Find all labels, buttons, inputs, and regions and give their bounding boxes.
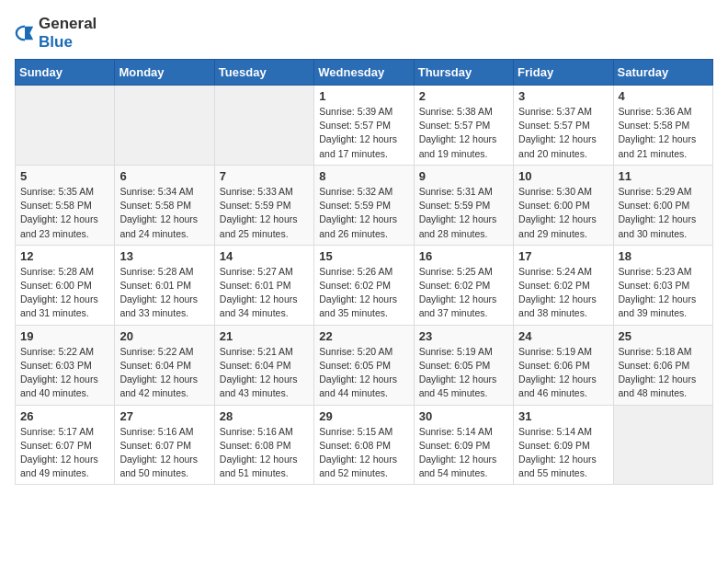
calendar-cell: 6Sunrise: 5:34 AM Sunset: 5:58 PM Daylig…	[115, 165, 214, 245]
calendar-cell: 4Sunrise: 5:36 AM Sunset: 5:58 PM Daylig…	[613, 86, 712, 166]
day-info: Sunrise: 5:22 AM Sunset: 6:03 PM Dayligh…	[20, 345, 109, 401]
day-number: 1	[319, 89, 408, 103]
calendar-cell: 18Sunrise: 5:23 AM Sunset: 6:03 PM Dayli…	[613, 245, 712, 325]
day-info: Sunrise: 5:14 AM Sunset: 6:09 PM Dayligh…	[419, 425, 508, 481]
day-number: 6	[119, 169, 209, 183]
day-number: 26	[20, 409, 109, 423]
calendar-cell: 19Sunrise: 5:22 AM Sunset: 6:03 PM Dayli…	[16, 325, 115, 405]
day-info: Sunrise: 5:28 AM Sunset: 6:00 PM Dayligh…	[20, 265, 109, 321]
day-info: Sunrise: 5:22 AM Sunset: 6:04 PM Dayligh…	[119, 345, 209, 401]
weekday-header-row: SundayMondayTuesdayWednesdayThursdayFrid…	[16, 60, 713, 86]
calendar-cell: 28Sunrise: 5:16 AM Sunset: 6:08 PM Dayli…	[214, 405, 313, 485]
calendar-cell: 8Sunrise: 5:32 AM Sunset: 5:59 PM Daylig…	[314, 165, 414, 245]
logo-general: General	[39, 15, 97, 32]
day-number: 10	[518, 169, 608, 183]
day-info: Sunrise: 5:32 AM Sunset: 5:59 PM Dayligh…	[319, 185, 408, 241]
calendar-cell: 5Sunrise: 5:35 AM Sunset: 5:58 PM Daylig…	[16, 165, 115, 245]
calendar-cell: 12Sunrise: 5:28 AM Sunset: 6:00 PM Dayli…	[16, 245, 115, 325]
week-row-1: 1Sunrise: 5:39 AM Sunset: 5:57 PM Daylig…	[16, 86, 713, 166]
day-number: 9	[419, 169, 508, 183]
weekday-header-sunday: Sunday	[16, 60, 115, 86]
day-number: 13	[119, 249, 209, 263]
calendar-cell: 20Sunrise: 5:22 AM Sunset: 6:04 PM Dayli…	[115, 325, 214, 405]
calendar-cell: 25Sunrise: 5:18 AM Sunset: 6:06 PM Dayli…	[613, 325, 712, 405]
day-number: 30	[419, 409, 508, 423]
day-number: 27	[119, 409, 209, 423]
logo: General Blue	[15, 15, 97, 52]
day-number: 3	[518, 89, 608, 103]
calendar-cell	[613, 405, 712, 485]
calendar-cell: 29Sunrise: 5:15 AM Sunset: 6:08 PM Dayli…	[314, 405, 414, 485]
calendar-cell: 31Sunrise: 5:14 AM Sunset: 6:09 PM Dayli…	[514, 405, 613, 485]
calendar-cell: 1Sunrise: 5:39 AM Sunset: 5:57 PM Daylig…	[314, 86, 414, 166]
day-info: Sunrise: 5:36 AM Sunset: 5:58 PM Dayligh…	[619, 105, 708, 161]
logo-icon	[15, 23, 35, 43]
calendar-cell	[115, 86, 214, 166]
calendar-cell: 17Sunrise: 5:24 AM Sunset: 6:02 PM Dayli…	[514, 245, 613, 325]
day-number: 20	[119, 329, 209, 343]
day-info: Sunrise: 5:31 AM Sunset: 5:59 PM Dayligh…	[419, 185, 508, 241]
day-info: Sunrise: 5:28 AM Sunset: 6:01 PM Dayligh…	[119, 265, 209, 321]
calendar-cell	[16, 86, 115, 166]
day-number: 29	[319, 409, 408, 423]
day-number: 5	[20, 169, 109, 183]
day-info: Sunrise: 5:16 AM Sunset: 6:08 PM Dayligh…	[220, 425, 309, 481]
day-info: Sunrise: 5:29 AM Sunset: 6:00 PM Dayligh…	[619, 185, 708, 241]
day-number: 12	[20, 249, 109, 263]
weekday-header-saturday: Saturday	[613, 60, 712, 86]
calendar-cell: 30Sunrise: 5:14 AM Sunset: 6:09 PM Dayli…	[414, 405, 513, 485]
day-info: Sunrise: 5:15 AM Sunset: 6:08 PM Dayligh…	[319, 425, 408, 481]
calendar-cell: 21Sunrise: 5:21 AM Sunset: 6:04 PM Dayli…	[214, 325, 313, 405]
day-number: 14	[220, 249, 309, 263]
day-number: 28	[220, 409, 309, 423]
week-row-4: 19Sunrise: 5:22 AM Sunset: 6:03 PM Dayli…	[16, 325, 713, 405]
day-info: Sunrise: 5:17 AM Sunset: 6:07 PM Dayligh…	[20, 425, 109, 481]
calendar-cell: 11Sunrise: 5:29 AM Sunset: 6:00 PM Dayli…	[613, 165, 712, 245]
day-number: 15	[319, 249, 408, 263]
logo-blue: Blue	[39, 33, 73, 51]
calendar-cell: 2Sunrise: 5:38 AM Sunset: 5:57 PM Daylig…	[414, 86, 513, 166]
day-info: Sunrise: 5:39 AM Sunset: 5:57 PM Dayligh…	[319, 105, 408, 161]
calendar-cell: 9Sunrise: 5:31 AM Sunset: 5:59 PM Daylig…	[414, 165, 513, 245]
day-number: 31	[518, 409, 608, 423]
day-info: Sunrise: 5:34 AM Sunset: 5:58 PM Dayligh…	[119, 185, 209, 241]
day-info: Sunrise: 5:23 AM Sunset: 6:03 PM Dayligh…	[619, 265, 708, 321]
calendar-cell: 16Sunrise: 5:25 AM Sunset: 6:02 PM Dayli…	[414, 245, 513, 325]
day-number: 17	[518, 249, 608, 263]
calendar-cell: 10Sunrise: 5:30 AM Sunset: 6:00 PM Dayli…	[514, 165, 613, 245]
day-number: 8	[319, 169, 408, 183]
calendar-cell: 7Sunrise: 5:33 AM Sunset: 5:59 PM Daylig…	[214, 165, 313, 245]
weekday-header-friday: Friday	[514, 60, 613, 86]
day-number: 25	[619, 329, 708, 343]
calendar-cell	[214, 86, 313, 166]
calendar-cell: 13Sunrise: 5:28 AM Sunset: 6:01 PM Dayli…	[115, 245, 214, 325]
day-number: 7	[220, 169, 309, 183]
day-number: 22	[319, 329, 408, 343]
weekday-header-tuesday: Tuesday	[214, 60, 313, 86]
day-number: 16	[419, 249, 508, 263]
calendar: SundayMondayTuesdayWednesdayThursdayFrid…	[15, 59, 713, 485]
calendar-cell: 15Sunrise: 5:26 AM Sunset: 6:02 PM Dayli…	[314, 245, 414, 325]
day-number: 11	[619, 169, 708, 183]
day-info: Sunrise: 5:35 AM Sunset: 5:58 PM Dayligh…	[20, 185, 109, 241]
day-info: Sunrise: 5:19 AM Sunset: 6:05 PM Dayligh…	[419, 345, 508, 401]
week-row-3: 12Sunrise: 5:28 AM Sunset: 6:00 PM Dayli…	[16, 245, 713, 325]
day-info: Sunrise: 5:18 AM Sunset: 6:06 PM Dayligh…	[619, 345, 708, 401]
day-number: 19	[20, 329, 109, 343]
day-info: Sunrise: 5:33 AM Sunset: 5:59 PM Dayligh…	[220, 185, 309, 241]
calendar-cell: 22Sunrise: 5:20 AM Sunset: 6:05 PM Dayli…	[314, 325, 414, 405]
day-number: 2	[419, 89, 508, 103]
day-info: Sunrise: 5:30 AM Sunset: 6:00 PM Dayligh…	[518, 185, 608, 241]
week-row-2: 5Sunrise: 5:35 AM Sunset: 5:58 PM Daylig…	[16, 165, 713, 245]
week-row-5: 26Sunrise: 5:17 AM Sunset: 6:07 PM Dayli…	[16, 405, 713, 485]
day-number: 24	[518, 329, 608, 343]
weekday-header-thursday: Thursday	[414, 60, 513, 86]
calendar-cell: 26Sunrise: 5:17 AM Sunset: 6:07 PM Dayli…	[16, 405, 115, 485]
day-number: 4	[619, 89, 708, 103]
day-info: Sunrise: 5:25 AM Sunset: 6:02 PM Dayligh…	[419, 265, 508, 321]
day-info: Sunrise: 5:24 AM Sunset: 6:02 PM Dayligh…	[518, 265, 608, 321]
day-info: Sunrise: 5:21 AM Sunset: 6:04 PM Dayligh…	[220, 345, 309, 401]
day-info: Sunrise: 5:16 AM Sunset: 6:07 PM Dayligh…	[119, 425, 209, 481]
weekday-header-wednesday: Wednesday	[314, 60, 414, 86]
day-info: Sunrise: 5:37 AM Sunset: 5:57 PM Dayligh…	[518, 105, 608, 161]
